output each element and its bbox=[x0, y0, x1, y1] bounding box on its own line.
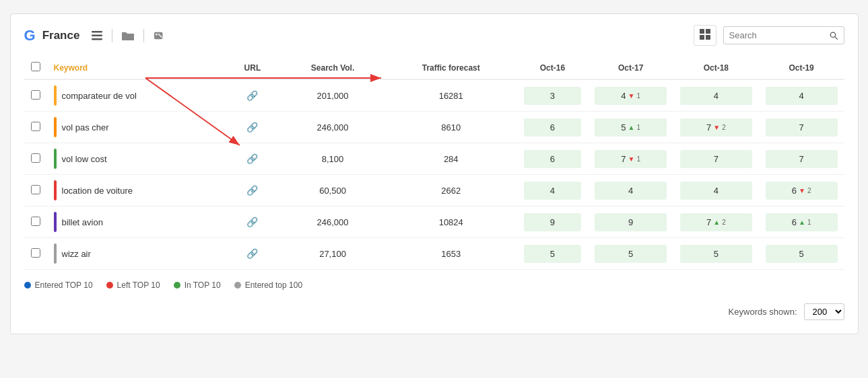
row-checkbox[interactable] bbox=[31, 90, 40, 100]
url-cell[interactable]: 🔗 bbox=[225, 112, 280, 143]
legend-item: Entered top 100 bbox=[234, 280, 302, 290]
oct19-cell: 6▲1 bbox=[759, 206, 844, 238]
keyword-header: Keyword bbox=[47, 56, 225, 79]
row-checkbox-cell[interactable] bbox=[24, 112, 47, 143]
url-cell[interactable]: 🔗 bbox=[225, 143, 280, 175]
traffic-forecast-cell: 10824 bbox=[385, 206, 517, 238]
table-row: location de voiture 🔗 60,5002662 4 4 4 6… bbox=[24, 175, 844, 206]
search-input[interactable] bbox=[729, 30, 826, 40]
row-checkbox[interactable] bbox=[31, 248, 40, 258]
keyword-color-bar bbox=[54, 117, 57, 137]
table-row: comparateur de vol 🔗 201,00016281 3 4▼1 … bbox=[24, 79, 844, 112]
keyword-color-bar bbox=[54, 180, 57, 200]
folder-button[interactable] bbox=[119, 28, 137, 44]
header: G France bbox=[24, 25, 844, 46]
legend: Entered TOP 10 Left TOP 10 In TOP 10 Ent… bbox=[24, 280, 844, 290]
svg-point-7 bbox=[156, 33, 158, 35]
legend-label: Entered top 100 bbox=[245, 280, 302, 290]
row-checkbox-cell[interactable] bbox=[24, 238, 47, 270]
url-cell[interactable]: 🔗 bbox=[225, 206, 280, 238]
svg-rect-3 bbox=[92, 31, 102, 33]
select-all-checkbox[interactable] bbox=[31, 62, 40, 71]
oct19-cell: 6▼2 bbox=[759, 175, 844, 206]
legend-dot bbox=[24, 282, 31, 289]
keyword-color-bar bbox=[54, 212, 57, 232]
site-title: France bbox=[42, 29, 80, 42]
keyword-text: vol low cost bbox=[62, 154, 107, 164]
keyword-cell: comparateur de vol bbox=[47, 79, 225, 112]
traffic-forecast-cell: 284 bbox=[385, 143, 517, 175]
legend-label: Entered TOP 10 bbox=[35, 280, 93, 290]
row-checkbox-cell[interactable] bbox=[24, 206, 47, 238]
keyword-cell: wizz air bbox=[47, 238, 225, 270]
table-row: vol low cost 🔗 8,100284 6 7▼1 7 7 bbox=[24, 143, 844, 175]
keywords-shown-label: Keywords shown: bbox=[729, 307, 797, 317]
list-view-button[interactable] bbox=[89, 28, 105, 44]
tag-button[interactable] bbox=[151, 28, 168, 44]
oct19-cell: 4 bbox=[759, 79, 844, 112]
keyword-text: billet avion bbox=[62, 217, 103, 227]
table-row: vol pas cher 🔗 246,0008610 6 5▲1 7▼2 7 bbox=[24, 112, 844, 143]
oct16-cell: 9 bbox=[517, 206, 589, 238]
keyword-text: location de voiture bbox=[62, 186, 133, 196]
traffic-forecast-cell: 1653 bbox=[385, 238, 517, 270]
row-checkbox[interactable] bbox=[31, 122, 40, 131]
svg-rect-10 bbox=[700, 35, 704, 40]
oct18-cell: 5 bbox=[673, 238, 759, 270]
legend-label: Left TOP 10 bbox=[117, 280, 160, 290]
keyword-color-bar bbox=[54, 85, 57, 106]
svg-rect-11 bbox=[706, 35, 710, 40]
url-cell[interactable]: 🔗 bbox=[225, 238, 280, 270]
oct18-cell: 7 bbox=[673, 143, 759, 175]
keyword-cell: location de voiture bbox=[47, 175, 225, 206]
select-all-header[interactable] bbox=[24, 56, 47, 79]
legend-item: In TOP 10 bbox=[174, 280, 221, 290]
oct19-cell: 7 bbox=[759, 112, 844, 143]
search-icon bbox=[830, 31, 838, 40]
oct17-cell: 5 bbox=[588, 238, 673, 270]
footer: Keywords shown: 200 100 50 bbox=[24, 303, 844, 320]
url-link-icon[interactable]: 🔗 bbox=[246, 90, 258, 101]
url-link-icon[interactable]: 🔗 bbox=[246, 185, 258, 196]
svg-rect-5 bbox=[92, 38, 102, 40]
url-link-icon[interactable]: 🔗 bbox=[246, 248, 258, 259]
svg-line-13 bbox=[835, 36, 838, 39]
search-vol-cell: 60,500 bbox=[280, 175, 385, 206]
svg-rect-4 bbox=[92, 34, 102, 36]
url-link-icon[interactable]: 🔗 bbox=[246, 122, 258, 133]
oct17-cell: 7▼1 bbox=[588, 143, 673, 175]
legend-dot bbox=[234, 282, 241, 289]
oct18-cell: 4 bbox=[673, 79, 759, 112]
svg-rect-9 bbox=[706, 29, 710, 34]
legend-label: In TOP 10 bbox=[185, 280, 221, 290]
url-link-icon[interactable]: 🔗 bbox=[246, 153, 258, 164]
oct17-cell: 4▼1 bbox=[588, 79, 673, 112]
divider bbox=[112, 29, 112, 42]
oct18-cell: 7▲2 bbox=[673, 206, 759, 238]
keywords-shown-select[interactable]: 200 100 50 bbox=[804, 303, 844, 320]
traffic-forecast-header: Traffic forecast bbox=[385, 56, 517, 79]
divider2 bbox=[143, 29, 144, 42]
row-checkbox-cell[interactable] bbox=[24, 143, 47, 175]
url-link-icon[interactable]: 🔗 bbox=[246, 217, 258, 227]
svg-rect-6 bbox=[154, 32, 162, 39]
svg-rect-8 bbox=[700, 29, 704, 34]
search-box[interactable] bbox=[723, 26, 844, 44]
row-checkbox[interactable] bbox=[31, 153, 40, 163]
main-container: G France bbox=[10, 13, 859, 334]
svg-point-12 bbox=[830, 32, 835, 37]
oct17-cell: 9 bbox=[588, 206, 673, 238]
row-checkbox-cell[interactable] bbox=[24, 175, 47, 206]
grid-view-button[interactable] bbox=[694, 25, 716, 46]
traffic-forecast-cell: 2662 bbox=[385, 175, 517, 206]
url-cell[interactable]: 🔗 bbox=[225, 79, 280, 112]
row-checkbox-cell[interactable] bbox=[24, 79, 47, 112]
search-vol-cell: 246,000 bbox=[280, 112, 385, 143]
keyword-color-bar bbox=[54, 149, 57, 169]
oct17-cell: 5▲1 bbox=[588, 112, 673, 143]
google-logo: G bbox=[24, 27, 36, 44]
row-checkbox[interactable] bbox=[31, 185, 40, 194]
oct18-header: Oct-18 bbox=[673, 56, 759, 79]
row-checkbox[interactable] bbox=[31, 217, 40, 226]
url-cell[interactable]: 🔗 bbox=[225, 175, 280, 206]
